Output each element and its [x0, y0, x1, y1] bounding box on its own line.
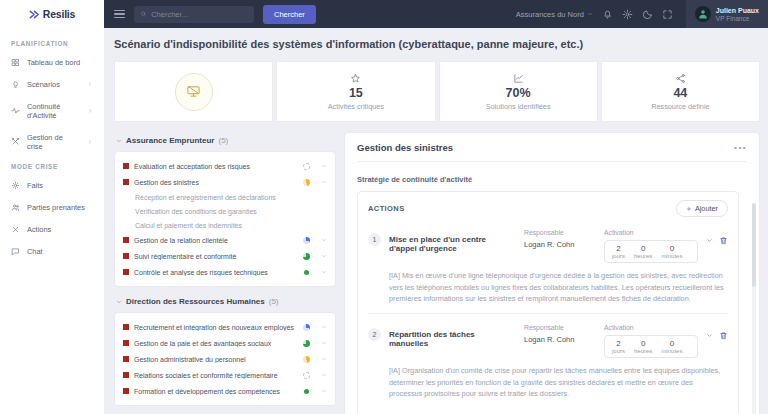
criticality-square-icon [123, 340, 129, 346]
detail-panel-title: Gestion des sinistres [357, 142, 453, 153]
status-not-started-icon [303, 372, 310, 379]
chevron-down-icon[interactable] [321, 237, 327, 243]
scrollbar-thumb[interactable] [752, 203, 756, 287]
process-row[interactable]: Gestion administrative du personnel [123, 351, 327, 367]
sidebar-item-parties-prenantes[interactable]: Parties prenantes [0, 196, 104, 218]
stat-card-scenario [114, 61, 273, 122]
chevron-down-icon[interactable] [321, 179, 327, 185]
activation-delay-input[interactable]: 2jours 0heures 0minutes [604, 240, 698, 263]
brand-logo[interactable]: Resilis [0, 0, 104, 28]
group-header-assurance-emprunteur[interactable]: Assurance Emprunteur (5) [116, 136, 336, 145]
group-header-ressources-humaines[interactable]: Direction des Ressources Humaines (5) [116, 297, 336, 306]
collapse-chevron-icon[interactable] [706, 237, 713, 244]
sub-process-row[interactable]: Vérification des conditions de garanties [123, 204, 327, 218]
status-in-progress-icon [303, 253, 310, 260]
process-label: Gestion de la relation clientèle [134, 237, 298, 244]
stat-card-ressource-definie: 44 Ressource définie [601, 61, 760, 122]
search-icon [140, 10, 147, 18]
stat-value: 70% [506, 86, 531, 100]
fullscreen-icon[interactable] [662, 9, 673, 20]
chevron-down-icon[interactable] [321, 253, 327, 259]
organization-selector[interactable]: Assurances du Nord [516, 10, 593, 19]
sidebar-item-chat[interactable]: Chat [0, 240, 104, 262]
responsable-name: Logan R. Cohn [524, 240, 596, 249]
stat-value: 44 [673, 86, 687, 100]
chevron-down-icon[interactable] [321, 163, 327, 169]
sidebar-item-faits[interactable]: Faits [0, 174, 104, 196]
process-row[interactable]: Contrôle et analyse des risques techniqu… [123, 264, 327, 280]
activation-minutes[interactable]: 0 [661, 244, 682, 253]
search-box[interactable] [134, 6, 254, 23]
activation-hours[interactable]: 0 [634, 339, 652, 348]
sidebar-item-actions[interactable]: Actions [0, 218, 104, 240]
chevron-right-icon [87, 139, 93, 145]
sidebar-item-label: Actions [27, 225, 51, 234]
process-row[interactable]: Suivi réglementaire et conformité [123, 248, 327, 264]
chevron-down-icon[interactable] [321, 269, 327, 275]
settings-gear-icon[interactable] [622, 9, 633, 20]
activation-days[interactable]: 2 [612, 339, 625, 348]
sidebar-section-planification: PLANIFICATION [0, 34, 104, 51]
star-icon [350, 73, 361, 84]
more-options-icon[interactable]: ••• [734, 143, 747, 152]
dark-mode-moon-icon[interactable] [642, 9, 653, 20]
stat-card-solutions-identifiees: 70% Solutions identifiées [439, 61, 598, 122]
collapse-chevron-icon[interactable] [706, 332, 713, 339]
hours-unit-label: heures [634, 253, 652, 259]
action-number-badge: 1 [368, 233, 381, 246]
process-row[interactable]: Recrutement et intégration des nouveaux … [123, 319, 327, 335]
add-action-button[interactable]: Ajouter [676, 200, 728, 217]
delete-trash-icon[interactable] [719, 236, 728, 245]
search-button[interactable]: Chercher [263, 5, 316, 24]
minutes-unit-label: minutes [661, 348, 682, 354]
chevron-down-icon[interactable] [321, 324, 327, 330]
activation-delay-input[interactable]: 2jours 0heures 0minutes [604, 335, 698, 358]
strategy-label: Stratégie de continuité d'activité [357, 175, 747, 184]
process-label: Relations sociales et conformité régleme… [134, 372, 298, 379]
activation-hours[interactable]: 0 [634, 244, 652, 253]
delete-trash-icon[interactable] [719, 331, 728, 340]
process-row[interactable]: Relations sociales et conformité régleme… [123, 367, 327, 383]
sidebar-item-gestion-de-crise[interactable]: Gestion de crise [0, 126, 104, 157]
sidebar-item-continuite-activite[interactable]: Continuité d'Activité [0, 95, 104, 126]
process-row[interactable]: Gestion des sinistres [123, 174, 327, 190]
page-title: Scénario d'indisponibilité des systèmes … [114, 38, 760, 50]
chevron-down-icon[interactable] [321, 388, 327, 394]
responsable-name: Logan R. Cohn [524, 335, 596, 344]
criticality-square-icon [123, 388, 129, 394]
stat-value: 15 [349, 86, 363, 100]
sidebar: PLANIFICATION Tableau de bord Scénarios … [0, 28, 104, 414]
sub-process-row[interactable]: Réception et enregistrement des déclarat… [123, 190, 327, 204]
status-in-progress-icon [303, 237, 310, 244]
activation-days[interactable]: 2 [612, 244, 625, 253]
process-row[interactable]: Formation et développement des compétenc… [123, 383, 327, 399]
user-menu[interactable]: Julien Puaux VP Finance [686, 0, 768, 28]
action-title: Mise en place d'un centre d'appel d'urge… [389, 235, 516, 253]
sidebar-item-tableau-de-bord[interactable]: Tableau de bord [0, 51, 104, 73]
search-input[interactable] [151, 10, 248, 19]
chevron-right-icon [87, 108, 93, 114]
chevron-down-icon[interactable] [321, 356, 327, 362]
process-row[interactable]: Gestion de la paie et des avantages soci… [123, 335, 327, 351]
process-label: Recrutement et intégration des nouveaux … [134, 324, 298, 331]
sub-process-row[interactable]: Calcul et paiement des indemnités [123, 218, 327, 232]
group-count: (5) [218, 136, 228, 145]
criticality-square-icon [123, 237, 129, 243]
criticality-square-icon [123, 179, 129, 185]
plus-icon [686, 206, 692, 212]
process-row[interactable]: Évaluation et acceptation des risques [123, 158, 327, 174]
sidebar-item-label: Continuité d'Activité [27, 102, 80, 120]
sidebar-item-scenarios[interactable]: Scénarios [0, 73, 104, 95]
user-role: VP Finance [716, 15, 759, 23]
action-item-1: 1 Mise en place d'un centre d'appel d'ur… [368, 219, 728, 314]
hamburger-menu-icon[interactable] [114, 10, 125, 19]
activation-minutes[interactable]: 0 [661, 339, 682, 348]
action-number-badge: 2 [368, 328, 381, 341]
brand-name: Resilis [43, 8, 75, 20]
chevron-down-icon[interactable] [321, 340, 327, 346]
status-in-progress-icon [303, 340, 310, 347]
notifications-bell-icon[interactable] [602, 9, 613, 20]
process-row[interactable]: Gestion de la relation clientèle [123, 232, 327, 248]
chevron-down-icon[interactable] [321, 372, 327, 378]
criticality-square-icon [123, 163, 129, 169]
